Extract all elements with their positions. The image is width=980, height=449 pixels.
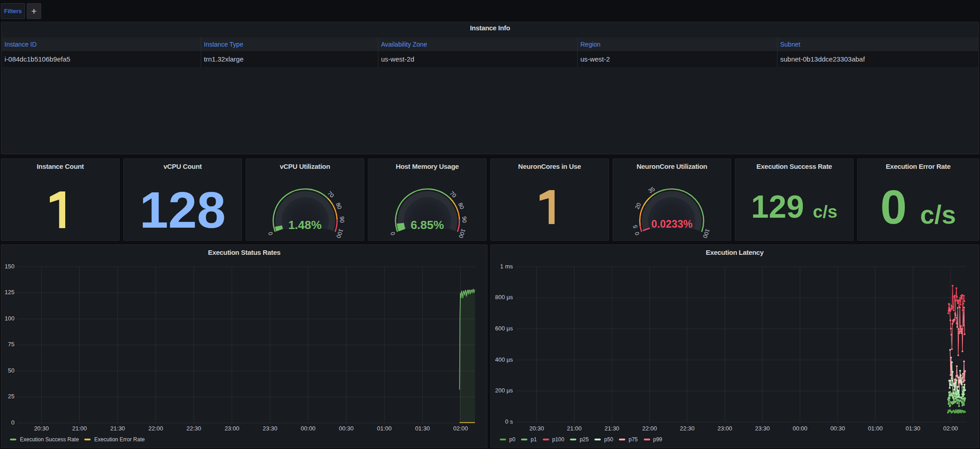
svg-text:01:00: 01:00 [868, 425, 883, 432]
svg-text:02:00: 02:00 [453, 425, 468, 432]
svg-text:23:00: 23:00 [225, 425, 240, 432]
svg-text:0: 0 [11, 419, 14, 426]
svg-text:21:00: 21:00 [567, 425, 582, 432]
svg-text:22:00: 22:00 [148, 425, 163, 432]
svg-text:01:30: 01:30 [906, 425, 921, 432]
svg-text:0: 0 [389, 231, 396, 236]
svg-text:0: 0 [633, 231, 641, 236]
svg-text:25: 25 [8, 393, 14, 400]
svg-text:20:30: 20:30 [34, 425, 49, 432]
svg-text:800 µs: 800 µs [495, 294, 513, 301]
svg-text:01:30: 01:30 [415, 425, 430, 432]
svg-text:23:30: 23:30 [755, 425, 770, 432]
svg-text:00:00: 00:00 [793, 425, 808, 432]
svg-text:21:30: 21:30 [110, 425, 125, 432]
svg-text:22:30: 22:30 [187, 425, 202, 432]
svg-text:0 s: 0 s [505, 418, 513, 425]
svg-text:00:00: 00:00 [301, 425, 316, 432]
svg-text:600 µs: 600 µs [495, 325, 513, 332]
svg-text:400 µs: 400 µs [495, 356, 513, 363]
svg-text:21:00: 21:00 [72, 425, 87, 432]
svg-text:0: 0 [267, 231, 274, 236]
svg-text:22:00: 22:00 [642, 425, 657, 432]
svg-text:20: 20 [634, 202, 642, 210]
svg-text:00:30: 00:30 [339, 425, 354, 432]
svg-text:1 ms: 1 ms [500, 263, 513, 270]
svg-text:100: 100 [5, 315, 14, 322]
svg-text:150: 150 [5, 263, 14, 270]
svg-text:75: 75 [8, 341, 14, 348]
svg-text:50: 50 [8, 367, 14, 374]
svg-text:23:00: 23:00 [718, 425, 733, 432]
svg-text:200 µs: 200 µs [495, 387, 513, 394]
svg-text:21:30: 21:30 [604, 425, 619, 432]
svg-text:01:00: 01:00 [377, 425, 392, 432]
svg-text:80: 80 [334, 202, 343, 210]
svg-text:125: 125 [5, 289, 14, 296]
svg-text:23:30: 23:30 [263, 425, 278, 432]
svg-text:22:30: 22:30 [680, 425, 695, 432]
svg-text:35: 35 [647, 186, 656, 194]
svg-text:80: 80 [457, 202, 465, 210]
svg-text:00:30: 00:30 [830, 425, 845, 432]
svg-text:20:30: 20:30 [529, 425, 544, 432]
svg-text:02:00: 02:00 [943, 425, 958, 432]
